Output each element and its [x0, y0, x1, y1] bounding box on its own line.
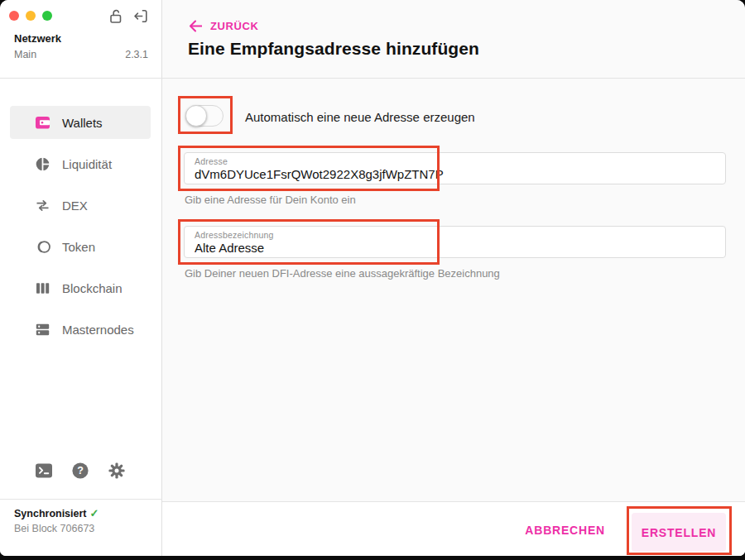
network-label: Netzwerk	[14, 32, 61, 45]
liquidity-pie-icon	[34, 156, 51, 173]
sidebar-item-dex[interactable]: DEX	[10, 189, 151, 222]
help-icon[interactable]: ?	[71, 462, 89, 480]
sidebar-item-masternodes[interactable]: Masternodes	[10, 313, 151, 346]
address-label-helper-text: Gib Deiner neuen DFI-Adresse eine aussag…	[185, 267, 500, 280]
address-label-input[interactable]	[195, 241, 715, 255]
sidebar-item-blockchain[interactable]: Blockchain	[10, 271, 151, 304]
sidebar-item-label: Wallets	[62, 116, 103, 130]
main-panel: ZURÜCK Eine Empfangsadresse hinzufügen A…	[162, 0, 745, 556]
minimize-window-button[interactable]	[26, 11, 36, 21]
sidebar-item-liquidity[interactable]: Liquidität	[10, 147, 151, 180]
sidebar-footer-divider	[0, 499, 162, 500]
cancel-button[interactable]: ABBRECHEN	[525, 524, 605, 537]
gear-icon[interactable]	[108, 462, 126, 480]
create-button[interactable]: ERSTELLEN	[632, 513, 726, 552]
toggle-knob	[185, 105, 207, 127]
header-divider	[0, 78, 745, 79]
sync-status: Synchronisiert	[14, 508, 87, 519]
back-label: ZURÜCK	[210, 20, 258, 32]
sidebar: Netzwerk Main 2.3.1 Wallets Liqui	[0, 0, 162, 556]
sidebar-item-label: Masternodes	[62, 323, 134, 337]
sidebar-item-label: Blockchain	[62, 281, 123, 295]
network-value: Main	[14, 49, 36, 60]
sidebar-item-token[interactable]: Token	[10, 230, 151, 263]
back-arrow-icon	[189, 20, 203, 32]
footer-bar: ABBRECHEN ERSTELLEN	[162, 501, 745, 556]
maximize-window-button[interactable]	[42, 11, 52, 21]
server-icon	[34, 321, 51, 338]
auto-address-toggle-label: Automatisch eine neue Adresse erzeugen	[245, 110, 475, 124]
sidebar-nav: Wallets Liquidität DEX	[10, 106, 151, 346]
address-field[interactable]: Adresse	[184, 152, 726, 184]
svg-text:?: ?	[77, 465, 84, 476]
address-label-field[interactable]: Adressbezeichnung	[184, 226, 726, 258]
address-helper-text: Gib eine Adresse für Dein Konto ein	[185, 194, 356, 206]
sidebar-item-label: Token	[62, 240, 95, 254]
sidebar-item-wallets[interactable]: Wallets	[10, 106, 151, 139]
swap-arrows-icon	[34, 197, 51, 214]
close-window-button[interactable]	[9, 11, 19, 21]
sidebar-item-label: Liquidität	[62, 157, 112, 171]
sync-check-icon: ✓	[90, 507, 99, 519]
page-title: Eine Empfangsadresse hinzufügen	[188, 39, 479, 59]
console-icon[interactable]	[35, 462, 53, 480]
address-input[interactable]	[195, 167, 715, 181]
back-button[interactable]: ZURÜCK	[189, 20, 258, 32]
app-version: 2.3.1	[125, 49, 148, 60]
sidebar-item-label: DEX	[62, 199, 88, 213]
wallet-icon	[34, 114, 51, 132]
auto-address-toggle[interactable]	[185, 105, 223, 127]
coins-icon	[34, 238, 51, 256]
exit-wallet-icon[interactable]	[132, 7, 149, 25]
app-window: Netzwerk Main 2.3.1 Wallets Liqui	[0, 0, 745, 556]
block-height: Bei Block 706673	[14, 523, 94, 534]
window-controls	[9, 11, 52, 21]
address-field-label: Adresse	[195, 156, 715, 166]
lock-open-icon[interactable]	[107, 7, 124, 25]
address-label-field-label: Adressbezeichnung	[195, 230, 715, 240]
blocks-icon	[34, 280, 51, 297]
